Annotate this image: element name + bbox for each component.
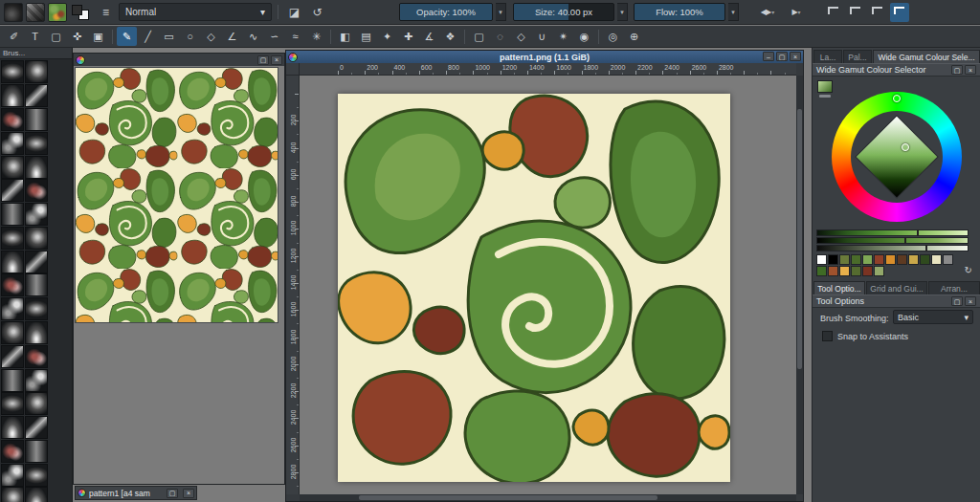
- brush-preset-thumbnail[interactable]: [1, 179, 24, 202]
- hue-indicator[interactable]: [893, 95, 901, 102]
- brush-preset-thumbnail[interactable]: [25, 84, 48, 107]
- magnetic-select-tool[interactable]: ◉: [574, 27, 594, 46]
- assistants-tool[interactable]: ✚: [398, 27, 418, 46]
- reference-images-tool[interactable]: ❖: [440, 27, 460, 46]
- brush-preset-thumbnail[interactable]: [25, 321, 48, 344]
- brush-preset-thumbnail[interactable]: [25, 132, 48, 155]
- similar-select-tool[interactable]: ✴: [553, 27, 573, 46]
- crop-tool[interactable]: ▣: [88, 27, 108, 46]
- brush-preset-thumbnail[interactable]: [1, 369, 24, 392]
- opacity-slider[interactable]: Opacity: 100%: [399, 3, 493, 21]
- fg-bg-colors[interactable]: [70, 3, 93, 22]
- eraser-mode-button[interactable]: ◪: [284, 3, 304, 22]
- brush-preset-thumbnail[interactable]: [1, 84, 24, 107]
- text-tool[interactable]: T: [25, 27, 45, 46]
- history-color-swatch[interactable]: [908, 254, 919, 265]
- brush-preset-thumbnail[interactable]: [25, 487, 48, 502]
- history-color-swatch[interactable]: [839, 254, 850, 265]
- brush-preset-thumbnail[interactable]: [25, 108, 48, 131]
- tab-layers[interactable]: La...: [813, 50, 842, 63]
- mirror-horizontal-button[interactable]: ◀▶▾: [753, 3, 782, 22]
- history-color-swatch[interactable]: [920, 254, 930, 265]
- size-dropdown-button[interactable]: ▾: [617, 3, 628, 21]
- canvas-area[interactable]: [300, 76, 796, 494]
- snap-corner-button-1[interactable]: [824, 3, 843, 22]
- history-color-swatch[interactable]: [828, 254, 838, 265]
- minimize-button[interactable]: –: [763, 52, 774, 61]
- brush-preset-thumbnail[interactable]: [25, 273, 48, 296]
- shade-preview-swatch[interactable]: [817, 80, 833, 93]
- snap-corner-button-3[interactable]: [868, 3, 887, 22]
- brush-preset-thumbnail[interactable]: [1, 273, 24, 296]
- brush-preset-thumbnail[interactable]: [1, 227, 24, 250]
- transform-tool[interactable]: ▢: [46, 27, 66, 46]
- history-color-swatch[interactable]: [816, 266, 827, 276]
- snap-to-assistants-checkbox[interactable]: [822, 331, 833, 341]
- brush-preset-thumbnail[interactable]: [1, 464, 24, 487]
- color-selector-docker-header[interactable]: Wide Gamut Colour Selector ▢ ×: [813, 63, 980, 76]
- history-color-swatch[interactable]: [851, 266, 861, 276]
- multibrush-tool[interactable]: ✳: [306, 27, 326, 46]
- brush-preset-thumbnail[interactable]: [25, 156, 48, 179]
- shade-strip-1[interactable]: [816, 229, 969, 236]
- size-slider[interactable]: Size: 40.00 px: [513, 3, 614, 21]
- scrollbar-thumb[interactable]: [797, 109, 802, 369]
- brush-preset-thumbnail[interactable]: [25, 251, 48, 273]
- brush-preset-thumbnail[interactable]: [1, 108, 24, 131]
- history-color-swatch[interactable]: [828, 266, 838, 276]
- float-button[interactable]: ▢: [257, 55, 269, 65]
- rectangular-select-tool[interactable]: ▢: [469, 27, 489, 46]
- brush-preset-thumbnail[interactable]: [25, 60, 48, 83]
- secondary-window-titlebar[interactable]: ▢ ×: [74, 54, 284, 66]
- reload-preset-button[interactable]: ↺: [307, 3, 327, 22]
- shade-handle[interactable]: [819, 95, 831, 98]
- history-color-swatch[interactable]: [862, 254, 873, 265]
- brush-preset-thumbnail[interactable]: [1, 156, 24, 179]
- pattern-chooser-button[interactable]: [48, 3, 67, 22]
- rectangle-tool[interactable]: ▭: [159, 27, 179, 46]
- brush-preset-thumbnail[interactable]: [1, 392, 24, 415]
- tab-tool-options[interactable]: Tool Optio...: [813, 281, 865, 295]
- history-color-swatch[interactable]: [874, 266, 884, 276]
- float-button[interactable]: ▢: [951, 296, 963, 306]
- brush-preset-thumbnail[interactable]: [1, 60, 24, 83]
- brush-preset-thumbnail[interactable]: [25, 203, 48, 226]
- brush-editor-toggle[interactable]: ≡: [96, 3, 116, 22]
- refresh-history-button[interactable]: ↻: [965, 266, 972, 275]
- close-button[interactable]: ×: [965, 65, 976, 75]
- snap-corner-button-2[interactable]: [846, 3, 865, 22]
- ellipse-tool[interactable]: ○: [180, 27, 200, 46]
- close-button[interactable]: ×: [965, 296, 976, 306]
- history-color-swatch[interactable]: [851, 254, 861, 265]
- brush-preset-thumbnail[interactable]: [1, 440, 24, 463]
- brush-preset-thumbnail[interactable]: [1, 297, 24, 320]
- brush-docker-tab[interactable]: Brus...: [0, 48, 72, 59]
- gradient-tool[interactable]: ▤: [356, 27, 376, 46]
- brush-preset-button[interactable]: [4, 3, 23, 22]
- restore-button[interactable]: ▢: [167, 489, 178, 498]
- history-color-swatch[interactable]: [874, 254, 884, 265]
- brush-preset-thumbnail[interactable]: [1, 321, 24, 344]
- brush-preset-thumbnail[interactable]: [25, 416, 48, 439]
- brush-preset-thumbnail[interactable]: [25, 392, 48, 415]
- tab-arrangements[interactable]: Arran...: [928, 281, 980, 295]
- flow-dropdown-button[interactable]: ▾: [728, 3, 739, 21]
- vertical-scrollbar[interactable]: [796, 76, 803, 494]
- brush-preset-thumbnail[interactable]: [1, 132, 24, 155]
- edit-shapes-tool[interactable]: ✐: [4, 27, 24, 46]
- restore-button[interactable]: ▢: [776, 52, 788, 61]
- history-color-swatch[interactable]: [885, 254, 896, 265]
- history-color-swatch[interactable]: [943, 254, 953, 265]
- scrollbar-thumb[interactable]: [359, 495, 657, 500]
- history-color-swatch[interactable]: [931, 254, 942, 265]
- brush-preset-thumbnail[interactable]: [1, 416, 24, 439]
- zoom-tool[interactable]: ◎: [603, 27, 623, 46]
- line-tool[interactable]: ╱: [138, 27, 158, 46]
- history-color-swatch[interactable]: [839, 266, 850, 276]
- blending-mode-select[interactable]: Normal ▾: [119, 3, 272, 21]
- snap-corner-button-4[interactable]: [890, 3, 909, 22]
- brush-preset-thumbnail[interactable]: [25, 440, 48, 463]
- close-button[interactable]: ×: [271, 55, 282, 65]
- brush-preset-thumbnail[interactable]: [1, 203, 24, 226]
- canvas[interactable]: [338, 94, 730, 482]
